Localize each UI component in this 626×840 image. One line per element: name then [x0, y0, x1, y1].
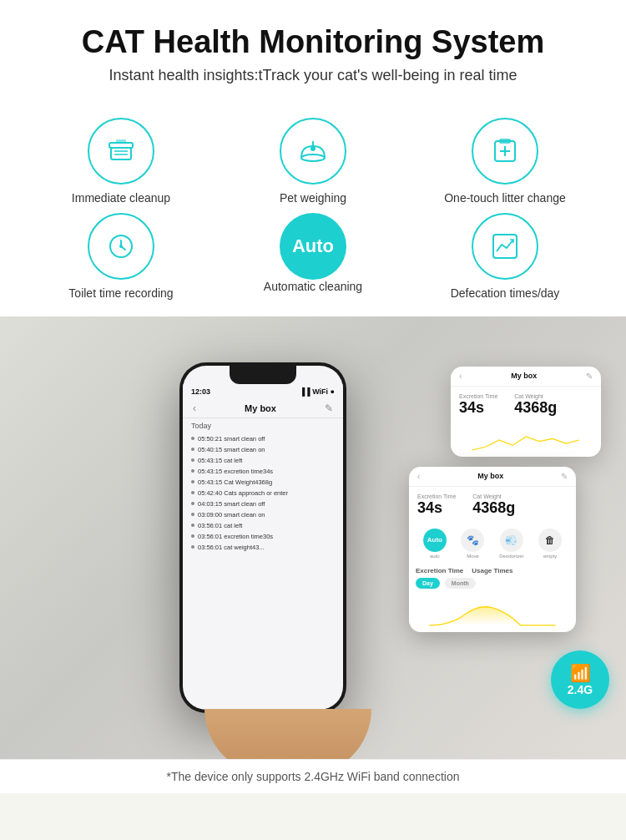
month-tab[interactable]: Month: [445, 578, 476, 589]
wifi-badge: 📶 2.4G: [551, 650, 609, 709]
log-item: 03:56:01 excretion time30s: [183, 531, 343, 542]
app-card-front-metrics: Excretion Time 34s Cat Weight 4368g: [409, 487, 576, 524]
log-list: 05:50:21 smart clean off 05:40:15 smart …: [183, 433, 343, 553]
litter-icon: [487, 133, 523, 170]
auto-icon-label: auto: [430, 554, 440, 559]
cleanup-label: Immediate cleanup: [72, 191, 170, 205]
hand-shape: [204, 709, 371, 759]
defecation-label: Defecation times/day: [451, 286, 560, 300]
subtitle: Instant health insights:tTrack your cat'…: [33, 67, 593, 84]
log-dot: [191, 480, 194, 483]
page-wrapper: CAT Health Monitoring System Instant hea…: [0, 0, 626, 793]
app-card-back-header: ‹ My box ✎: [451, 367, 601, 387]
phone-nav-bar: ‹ My box ✎: [183, 399, 343, 418]
feature-pet-weighing: Pet weighing: [238, 118, 388, 205]
excretion-chart-label: Excretion Time: [416, 567, 463, 574]
day-tab[interactable]: Day: [416, 578, 440, 589]
phone-edit-icon[interactable]: ✎: [325, 402, 333, 414]
app-card-back-title: My box: [511, 372, 537, 380]
feature-defecation-times: Defecation times/day: [430, 213, 580, 300]
chart-icon-circle: [472, 213, 538, 280]
weight-metric-back: Cat Weight 4368g: [514, 393, 557, 417]
weight-value-back: 4368g: [514, 399, 557, 417]
phone-nav-title: My box: [245, 403, 276, 413]
feature-one-touch-litter: One-touch litter change: [430, 118, 580, 205]
usage-chart-label: Usage Times: [472, 567, 512, 574]
app-card-front-header: ‹ My box ✎: [409, 467, 576, 487]
log-item: 03:56:01 cat weight43...: [183, 542, 343, 553]
log-item: 04:03:15 smart clean off: [183, 498, 343, 509]
excretion-metric-back: Excretion Time 34s: [459, 393, 497, 417]
features-section: Immediate cleanup Pet weighing: [0, 101, 626, 316]
excretion-label-front: Excretion Time: [417, 493, 456, 499]
litter-label: One-touch litter change: [444, 191, 566, 205]
log-dot: [191, 491, 194, 494]
edit-icon: ✎: [586, 372, 593, 381]
features-row-1: Immediate cleanup Pet weighing: [25, 118, 601, 205]
log-item: 05:43:15 Cat Weight4368g: [183, 477, 343, 488]
deodorizer-icon: 💨: [500, 529, 523, 552]
front-edit-icon: ✎: [561, 472, 568, 481]
phone-back-arrow[interactable]: ‹: [193, 402, 196, 414]
log-item: 05:50:21 smart clean off: [183, 433, 343, 444]
status-icons: ▐▐ WiFi ●: [300, 387, 335, 396]
log-dot: [191, 502, 194, 505]
header-section: CAT Health Monitoring System Instant hea…: [0, 0, 626, 101]
svg-rect-1: [111, 148, 131, 159]
chart-icon: [487, 228, 523, 265]
main-title: CAT Health Monitoring System: [33, 25, 593, 60]
svg-point-15: [119, 245, 123, 248]
weight-metric-front: Cat Weight 4368g: [472, 493, 515, 517]
wifi-label: 2.4G: [568, 683, 593, 696]
scale-icon-circle: [280, 118, 346, 185]
toilet-time-label: Toilet time recording: [68, 286, 173, 300]
app-card-back-metrics: Excretion Time 34s Cat Weight 4368g: [451, 387, 601, 423]
weight-label-back: Cat Weight: [514, 393, 557, 399]
footer-note: *The device only supports 2.4GHz WiFi ba…: [0, 759, 626, 793]
feature-auto-cleaning: Auto Automatic cleaning: [238, 213, 388, 293]
wifi-icon: 📶: [570, 663, 591, 683]
log-dot: [191, 469, 194, 473]
clock-icon-circle: [88, 213, 154, 280]
log-dot: [191, 513, 194, 516]
log-dot: [191, 448, 194, 451]
features-row-2: Toilet time recording Auto Automatic cle…: [25, 213, 601, 300]
log-dot: [191, 437, 194, 440]
back-arrow-icon: ‹: [459, 372, 462, 381]
weight-label-front: Cat Weight: [472, 493, 515, 499]
app-card-front-title: My box: [477, 472, 503, 480]
excretion-value-back: 34s: [459, 399, 497, 417]
chart-label-row: Excretion Time Usage Times: [409, 564, 576, 576]
svg-rect-4: [116, 139, 126, 144]
log-item: 03:56:01 cat left: [183, 520, 343, 531]
svg-point-6: [310, 146, 316, 151]
log-item: 05:42:40 Cats approach or enter: [183, 488, 343, 498]
status-bar: 12:03 ▐▐ WiFi ●: [183, 384, 343, 399]
auto-cleaning-label: Automatic cleaning: [264, 280, 362, 293]
weighing-label: Pet weighing: [280, 191, 346, 205]
move-icon-item[interactable]: 🐾 Move: [461, 529, 484, 559]
svg-point-5: [301, 154, 325, 161]
feature-toilet-time: Toilet time recording: [46, 213, 196, 300]
auto-badge: Auto: [280, 213, 346, 280]
cleanup-icon: [103, 133, 139, 170]
litter-icon-circle: [472, 118, 538, 185]
deodorizer-icon-label: Deodorizer: [499, 554, 523, 559]
auto-icon-item[interactable]: Auto auto: [423, 529, 447, 559]
excretion-metric-front: Excretion Time 34s: [417, 493, 456, 517]
feature-immediate-cleanup: Immediate cleanup: [46, 118, 196, 205]
clock-icon: [103, 228, 139, 265]
log-item: 05:43:15 excretion time34s: [183, 466, 343, 477]
phone-notch: [230, 366, 296, 384]
app-icon-row: Auto auto 🐾 Move 💨 Deodorizer 🗑 empty: [409, 524, 576, 564]
deodorizer-icon-item[interactable]: 💨 Deodorizer: [499, 529, 523, 559]
cleanup-icon-circle: [88, 118, 154, 185]
log-dot: [191, 545, 194, 549]
auto-icon: Auto: [423, 529, 447, 552]
phone-screen: 12:03 ▐▐ WiFi ● ‹ My box ✎ Today 05:50:2…: [183, 366, 343, 710]
log-dot: [191, 458, 194, 462]
move-icon-label: Move: [467, 554, 479, 559]
empty-icon-item[interactable]: 🗑 empty: [538, 529, 562, 559]
log-dot: [191, 524, 194, 527]
weight-value-front: 4368g: [472, 499, 515, 517]
